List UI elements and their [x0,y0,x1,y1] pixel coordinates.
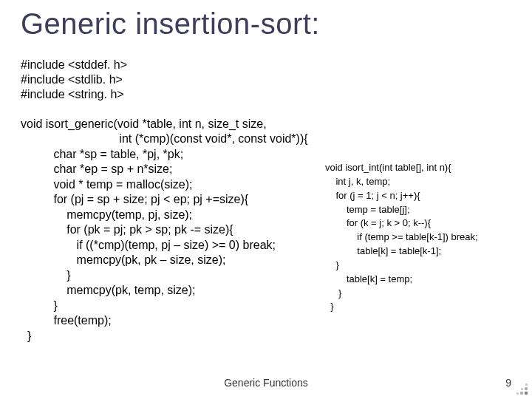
main-code-block: void isort_generic(void *table, int n, s… [21,117,308,344]
slide-title: Generic insertion-sort: [21,7,320,41]
corner-decoration-icon [511,378,528,395]
includes-block: #include <stddef. h> #include <stdlib. h… [21,58,127,102]
side-code-block: void isort_int(int table[], int n){ int … [325,161,478,314]
slide: Generic insertion-sort: #include <stddef… [0,0,532,399]
page-number: 9 [505,377,511,389]
footer-center-label: Generic Functions [0,377,532,389]
